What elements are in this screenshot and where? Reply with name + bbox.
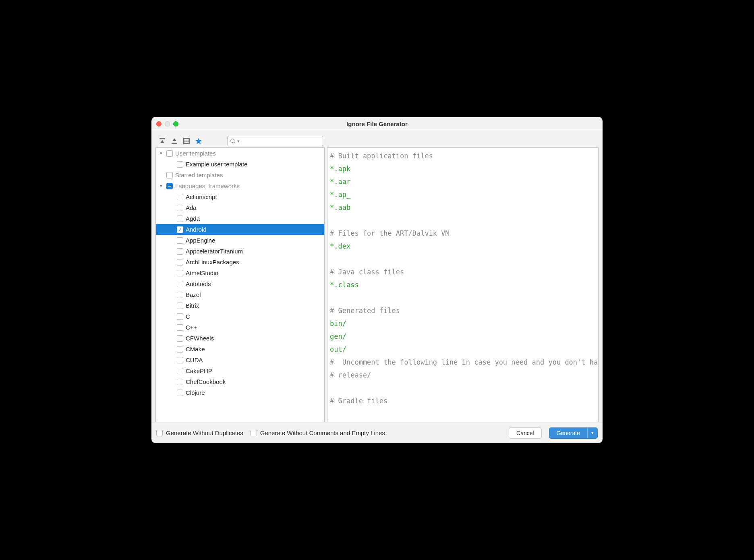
- tree-group-languages[interactable]: ▾ Languages, frameworks: [156, 180, 324, 191]
- tree-label: Languages, frameworks: [175, 183, 240, 189]
- generate-dropdown-button[interactable]: [587, 427, 598, 439]
- checkbox-indeterminate[interactable]: [166, 183, 173, 189]
- templates-pane: ▾ ▾ User templates Example user template: [155, 135, 325, 422]
- checkbox[interactable]: [177, 303, 183, 309]
- checkbox[interactable]: [177, 379, 183, 385]
- checkbox[interactable]: [177, 237, 183, 244]
- svg-line-5: [234, 142, 236, 144]
- content-area: ▾ ▾ User templates Example user template: [151, 131, 603, 422]
- checkbox[interactable]: [177, 248, 183, 255]
- star-icon[interactable]: [195, 137, 202, 145]
- tree-item-atmelstudio[interactable]: AtmelStudio: [156, 268, 324, 278]
- tree-label: C: [186, 313, 190, 320]
- tree-label: Actionscript: [186, 193, 217, 200]
- option-without-duplicates[interactable]: Generate Without Duplicates: [156, 429, 243, 436]
- tree-item-ada[interactable]: Ada: [156, 202, 324, 213]
- tree-label: Bazel: [186, 291, 201, 298]
- tree-label: AppEngine: [186, 237, 215, 244]
- tree-group-starred-templates[interactable]: Starred templates: [156, 170, 324, 180]
- svg-rect-0: [160, 138, 165, 139]
- templates-tree[interactable]: ▾ User templates Example user template S…: [155, 147, 325, 422]
- checkbox[interactable]: [156, 430, 163, 436]
- tree-label: CakePHP: [186, 367, 212, 374]
- svg-rect-1: [172, 143, 177, 144]
- search-dropdown-icon[interactable]: ▾: [237, 139, 240, 144]
- search-field[interactable]: ▾: [227, 136, 323, 146]
- checkbox[interactable]: [177, 292, 183, 298]
- tree-item-cakephp[interactable]: CakePHP: [156, 365, 324, 376]
- tree-item-agda[interactable]: Agda: [156, 213, 324, 224]
- checkbox[interactable]: [177, 324, 183, 331]
- chevron-down-icon[interactable]: ▾: [158, 183, 164, 189]
- tree-label: Bitrix: [186, 302, 199, 309]
- tree-item-appceleratortitanium[interactable]: AppceleratorTitanium: [156, 246, 324, 257]
- tree-label: Starred templates: [175, 172, 223, 178]
- checkbox[interactable]: [177, 205, 183, 211]
- checkbox[interactable]: [177, 357, 183, 363]
- checkbox[interactable]: [177, 313, 183, 320]
- checkbox[interactable]: [177, 281, 183, 287]
- tree-item-cpp[interactable]: C++: [156, 322, 324, 333]
- tree-item-appengine[interactable]: AppEngine: [156, 235, 324, 246]
- generate-button[interactable]: Generate: [549, 427, 587, 439]
- tree-item-cmake[interactable]: CMake: [156, 344, 324, 355]
- tree-group-user-templates[interactable]: ▾ User templates: [156, 148, 324, 159]
- checkbox[interactable]: [177, 226, 183, 233]
- dialog-footer: Generate Without Duplicates Generate Wit…: [151, 422, 603, 443]
- chevron-down-icon[interactable]: ▾: [158, 151, 164, 156]
- tree-label: CFWheels: [186, 335, 214, 342]
- tree-label: Ada: [186, 204, 197, 211]
- tree-item-example-template[interactable]: Example user template: [156, 159, 324, 170]
- checkbox[interactable]: [166, 172, 173, 178]
- tree-label: Android: [186, 226, 207, 233]
- checkbox[interactable]: [177, 270, 183, 276]
- tree-item-archlinuxpackages[interactable]: ArchLinuxPackages: [156, 257, 324, 268]
- cancel-button[interactable]: Cancel: [509, 427, 542, 439]
- dialog-window: Ignore File Generator ▾ ▾: [151, 117, 603, 443]
- templates-toolbar: ▾: [155, 135, 325, 147]
- expand-all-icon[interactable]: [159, 137, 166, 145]
- checkbox[interactable]: [251, 430, 257, 436]
- tree-label: Clojure: [186, 389, 205, 396]
- tree-item-cuda[interactable]: CUDA: [156, 355, 324, 365]
- ignore-file-preview: # Built application files *.apk *.aar *.…: [327, 148, 599, 409]
- tree-label: CUDA: [186, 357, 203, 363]
- svg-point-4: [231, 139, 234, 143]
- search-input[interactable]: [241, 138, 320, 144]
- tree-item-bitrix[interactable]: Bitrix: [156, 300, 324, 311]
- checkbox[interactable]: [166, 150, 173, 157]
- search-icon: [230, 138, 236, 144]
- tree-label: Example user template: [186, 161, 247, 168]
- tree-label: User templates: [175, 150, 216, 157]
- tree-label: Agda: [186, 215, 200, 222]
- tree-label: ArchLinuxPackages: [186, 259, 239, 265]
- tree-label: C++: [186, 324, 197, 331]
- tree-item-android[interactable]: Android: [156, 224, 324, 235]
- tree-label: AppceleratorTitanium: [186, 248, 243, 255]
- checkbox[interactable]: [177, 216, 183, 222]
- tree-view-icon[interactable]: [183, 137, 190, 145]
- checkbox[interactable]: [177, 194, 183, 200]
- option-without-comments[interactable]: Generate Without Comments and Empty Line…: [251, 429, 385, 436]
- checkbox[interactable]: [177, 346, 183, 353]
- tree-label: ChefCookbook: [186, 378, 226, 385]
- tree-item-chefcookbook[interactable]: ChefCookbook: [156, 376, 324, 387]
- tree-item-bazel[interactable]: Bazel: [156, 289, 324, 300]
- tree-item-autotools[interactable]: Autotools: [156, 278, 324, 289]
- option-label: Generate Without Duplicates: [166, 429, 243, 436]
- checkbox[interactable]: [177, 335, 183, 342]
- option-label: Generate Without Comments and Empty Line…: [260, 429, 385, 436]
- collapse-all-icon[interactable]: [171, 137, 178, 145]
- tree-label: Autotools: [186, 280, 211, 287]
- checkbox[interactable]: [177, 161, 183, 168]
- tree-item-c[interactable]: C: [156, 311, 324, 322]
- checkbox[interactable]: [177, 368, 183, 374]
- titlebar: Ignore File Generator: [151, 117, 603, 131]
- tree-label: CMake: [186, 346, 205, 353]
- preview-pane[interactable]: # Built application files *.apk *.aar *.…: [327, 147, 599, 422]
- checkbox[interactable]: [177, 390, 183, 396]
- tree-item-actionscript[interactable]: Actionscript: [156, 191, 324, 202]
- tree-item-clojure[interactable]: Clojure: [156, 387, 324, 398]
- checkbox[interactable]: [177, 259, 183, 265]
- tree-item-cfwheels[interactable]: CFWheels: [156, 333, 324, 344]
